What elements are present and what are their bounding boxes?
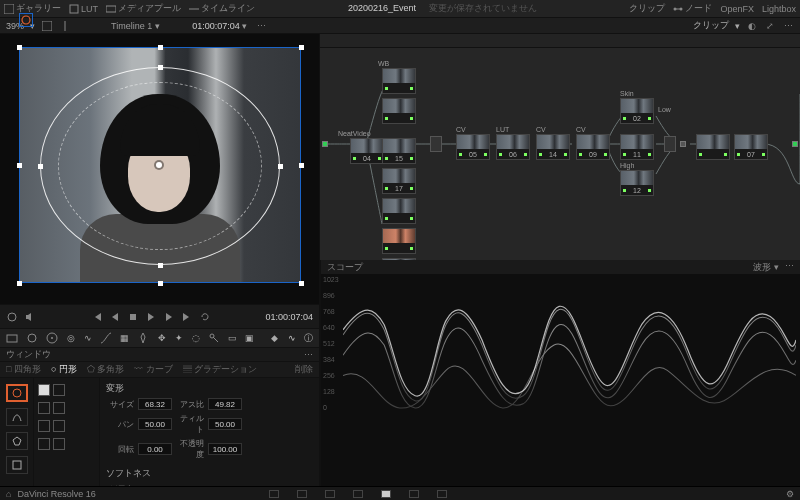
bbox-handle[interactable] [299,163,304,168]
camera-raw-icon[interactable] [6,331,18,345]
next-button[interactable] [163,311,175,323]
page-deliver[interactable] [437,490,447,498]
bypass-icon[interactable] [6,311,18,323]
mediapool-toggle[interactable]: メディアプール [106,2,181,15]
gallery-toggle[interactable]: ギャラリー [4,2,61,15]
tab-rect[interactable]: □ 四角形 [6,363,41,376]
invert-toggle[interactable] [53,402,65,414]
invert-toggle[interactable] [53,420,65,432]
first-frame-button[interactable] [91,311,103,323]
options-icon[interactable]: ⋯ [785,261,794,274]
ellipse-handle[interactable] [38,164,43,169]
bbox-handle[interactable] [299,45,304,50]
graph-input[interactable] [322,141,328,147]
hdr-icon[interactable]: ◎ [66,331,75,345]
nodes-toggle[interactable]: ノード [673,2,712,15]
bbox-handle[interactable] [299,281,304,286]
shape-gradient[interactable] [6,456,28,474]
node-lut[interactable]: 06 [496,134,530,160]
page-fusion[interactable] [353,490,363,498]
clip-mode[interactable]: クリップ [693,19,729,32]
page-cut[interactable] [297,490,307,498]
invert-toggle[interactable] [53,384,65,396]
curves-icon[interactable] [100,331,112,345]
render-cache-icon[interactable]: ⋯ [256,20,268,32]
node-07[interactable]: 07 [734,134,768,160]
viewer-zoom[interactable]: 39% [6,21,24,31]
chevron-down-icon[interactable]: ▾ [30,21,35,31]
mask-toggle[interactable] [38,438,50,450]
window-center-point[interactable] [156,162,162,168]
lightbox-toggle[interactable]: Lightbox [762,4,796,14]
node[interactable] [382,98,416,124]
clips-toggle[interactable]: クリップ [629,2,665,15]
loop-button[interactable] [199,311,211,323]
tilt-field[interactable]: 50.00 [208,418,242,430]
highlight-icon[interactable]: ◐ [746,20,758,32]
sizing-icon[interactable]: ▭ [228,331,237,345]
node-cv2[interactable]: 14 [536,134,570,160]
node-12[interactable]: 12 [620,170,654,196]
wheels-icon[interactable] [46,331,58,345]
scopes-icon[interactable]: ∿ [287,331,296,345]
graph-output[interactable] [792,141,798,147]
timeline-toggle[interactable]: タイムライン [189,2,255,15]
size-field[interactable]: 68.32 [138,398,172,410]
viewer[interactable] [0,34,319,304]
bbox-handle[interactable] [17,45,22,50]
rgb-mixer-icon[interactable]: ∿ [83,331,92,345]
scope-mode[interactable]: 波形 ▾ [753,261,779,274]
page-media[interactable] [269,490,279,498]
page-fairlight[interactable] [409,490,419,498]
tab-polygon[interactable]: ⬠ 多角形 [87,363,125,376]
node-wb[interactable] [382,68,416,94]
delete-window-button[interactable]: 削除 [295,363,313,376]
aspect-field[interactable]: 49.82 [208,398,242,410]
invert-toggle[interactable] [53,438,65,450]
options-icon[interactable]: ⋯ [304,350,313,360]
color-match-icon[interactable] [26,331,38,345]
mask-toggle[interactable] [38,402,50,414]
node-17[interactable]: 17 [382,168,416,194]
image-wipe-icon[interactable] [41,20,53,32]
project-settings-icon[interactable]: ⚙ [786,489,794,499]
layer-mixer[interactable] [664,136,676,152]
shape-circle[interactable] [6,384,28,402]
rotate-field[interactable]: 0.00 [138,443,172,455]
bbox-handle[interactable] [158,45,163,50]
compound-node[interactable] [680,141,686,147]
shape-curve[interactable] [6,408,28,426]
node-15[interactable]: 15 [382,138,416,164]
last-frame-button[interactable] [181,311,193,323]
node[interactable] [382,198,416,224]
stop-button[interactable] [127,311,139,323]
timecode-a[interactable]: 01:00:07:04 [192,21,240,31]
pan-field[interactable]: 50.00 [138,418,172,430]
mute-icon[interactable] [24,311,36,323]
mask-toggle[interactable] [38,384,50,396]
openfx-toggle[interactable]: OpenFX [720,4,754,14]
node-graph[interactable]: WB NeatVideo 04 15 17 18 CV 05 LUT 06 CV… [320,34,800,260]
node-high[interactable]: 11 [620,134,654,160]
tab-gradient[interactable]: ▤ グラデーション [183,363,258,376]
expand-icon[interactable]: ⤢ [764,20,776,32]
3d-icon[interactable]: ▣ [245,331,254,345]
blur-icon[interactable]: ◌ [191,331,200,345]
lut-toggle[interactable]: LUT [69,4,98,14]
tab-curve[interactable]: 〰 カーブ [134,363,173,376]
node-skin[interactable]: 02 [620,98,654,124]
split-icon[interactable] [59,20,71,32]
parallel-mixer[interactable] [430,136,442,152]
qualifier-icon[interactable] [137,331,149,345]
page-color[interactable] [381,490,391,498]
tracking-icon[interactable]: ✥ [157,331,166,345]
node-neatvideo[interactable]: 04 [350,138,384,164]
node-cv1[interactable]: 05 [456,134,490,160]
ellipse-handle[interactable] [158,65,163,70]
mask-toggle[interactable] [38,420,50,432]
shape-polygon[interactable] [6,432,28,450]
options-icon[interactable]: ⋯ [782,20,794,32]
node[interactable] [382,228,416,254]
page-edit[interactable] [325,490,335,498]
timeline-name[interactable]: Timeline 1 [111,21,152,31]
